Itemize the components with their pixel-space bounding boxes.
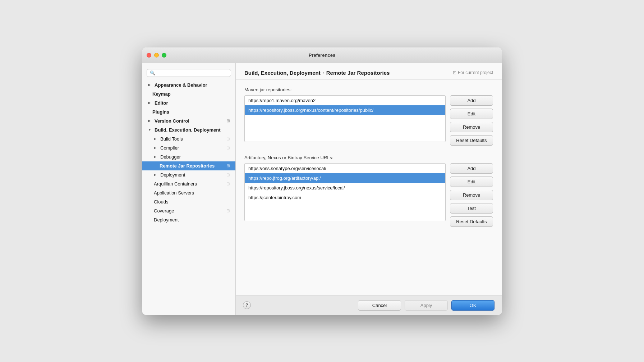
sidebar-item-app-servers[interactable]: Application Servers: [142, 188, 235, 197]
breadcrumb-arrow-icon: ›: [323, 70, 324, 75]
sidebar-item-label: Deployment: [160, 172, 185, 178]
maven-section-row: https://repo1.maven.org/maven2 https://r…: [244, 95, 493, 148]
sidebar-item-deployment2[interactable]: Deployment: [142, 215, 235, 224]
sidebar-item-plugins[interactable]: Plugins: [142, 107, 235, 116]
compiler-repo-icon: ⊞: [226, 146, 230, 150]
art-reset-button[interactable]: Reset Defaults: [450, 216, 493, 227]
artifactory-repo-list[interactable]: https://oss.sonatype.org/service/local/ …: [244, 163, 446, 221]
main-header: Build, Execution, Deployment › Remote Ja…: [236, 63, 502, 80]
remote-jar-repo-icon: ⊞: [226, 164, 230, 168]
project-icon: ⊡: [453, 70, 456, 75]
breadcrumb-part2: Remote Jar Repositories: [326, 70, 390, 76]
main-panel: Build, Execution, Deployment › Remote Ja…: [236, 63, 502, 315]
art-test-button[interactable]: Test: [450, 203, 493, 214]
sidebar-item-label: Plugins: [152, 109, 169, 115]
help-button[interactable]: ?: [243, 301, 251, 309]
maven-edit-button[interactable]: Edit: [450, 109, 493, 119]
deployment-repo-icon: ⊞: [226, 173, 230, 177]
sidebar-item-keymap[interactable]: Keymap: [142, 90, 235, 98]
vcs-repo-icon: ⊞: [226, 119, 230, 123]
sidebar-item-coverage[interactable]: Coverage ⊞: [142, 206, 235, 215]
maven-repo-list[interactable]: https://repo1.maven.org/maven2 https://r…: [244, 95, 446, 142]
sidebar-item-label: Clouds: [154, 199, 168, 205]
artifactory-section-row: https://oss.sonatype.org/service/local/ …: [244, 163, 493, 227]
sidebar-item-label: Build Tools: [160, 136, 183, 142]
sidebar-item-label: Compiler: [160, 145, 179, 151]
chevron-right-icon: ▶: [154, 173, 158, 177]
sidebar: 🔍 ▶ Appearance & Behavior Keymap ▶ Edito…: [142, 63, 236, 315]
sidebar-item-label: Arquillian Containers: [154, 181, 197, 187]
footer: ? Cancel Apply OK: [236, 295, 502, 315]
sidebar-item-deployment[interactable]: ▶ Deployment ⊞: [142, 170, 235, 179]
artifactory-buttons: Add Edit Remove Test Reset Defaults: [450, 163, 493, 227]
maven-reset-button[interactable]: Reset Defaults: [450, 135, 493, 146]
minimize-button[interactable]: [154, 53, 159, 58]
sidebar-item-build-tools[interactable]: ▶ Build Tools ⊞: [142, 134, 235, 143]
art-row-1[interactable]: https://oss.sonatype.org/service/local/: [245, 164, 445, 173]
maven-row-2[interactable]: https://repository.jboss.org/nexus/conte…: [245, 105, 445, 115]
sidebar-item-label: Version Control: [155, 118, 189, 124]
titlebar: Preferences: [142, 47, 502, 63]
sidebar-item-remote-jar[interactable]: Remote Jar Repositories ⊞: [142, 161, 235, 170]
chevron-right-icon: ▶: [154, 146, 158, 150]
sidebar-item-editor[interactable]: ▶ Editor: [142, 98, 235, 107]
chevron-right-icon: ▶: [154, 137, 158, 141]
sidebar-item-vcs[interactable]: ▶ Version Control ⊞: [142, 116, 235, 125]
sidebar-item-label: Deployment: [154, 217, 179, 223]
chevron-right-icon: ▶: [154, 155, 158, 159]
maven-add-button[interactable]: Add: [450, 95, 493, 106]
chevron-right-icon: ▶: [148, 119, 152, 123]
chevron-right-icon: ▶: [148, 83, 152, 87]
sidebar-item-label: Editor: [155, 100, 168, 106]
maven-row-1[interactable]: https://repo1.maven.org/maven2: [245, 96, 445, 105]
sidebar-item-debugger[interactable]: ▶ Debugger: [142, 152, 235, 161]
arquillian-repo-icon: ⊞: [226, 182, 230, 186]
sidebar-item-appearance[interactable]: ▶ Appearance & Behavior: [142, 81, 235, 90]
sidebar-item-clouds[interactable]: Clouds: [142, 197, 235, 206]
maximize-button[interactable]: [162, 53, 166, 58]
search-bar: 🔍: [142, 66, 235, 81]
build-tools-repo-icon: ⊞: [226, 137, 230, 141]
sidebar-item-label: Application Servers: [154, 190, 194, 196]
for-project-label: ⊡ For current project: [453, 70, 493, 75]
sidebar-item-arquillian[interactable]: Arquillian Containers ⊞: [142, 179, 235, 188]
art-row-3[interactable]: https://repository.jboss.org/nexus/servi…: [245, 183, 445, 193]
breadcrumb: Build, Execution, Deployment › Remote Ja…: [244, 70, 390, 76]
search-icon: 🔍: [150, 70, 155, 75]
maven-remove-button[interactable]: Remove: [450, 122, 493, 132]
sidebar-item-label: Debugger: [160, 154, 181, 160]
art-add-button[interactable]: Add: [450, 163, 493, 174]
coverage-repo-icon: ⊞: [226, 209, 230, 213]
sidebar-item-label: Appearance & Behavior: [155, 82, 207, 88]
art-remove-button[interactable]: Remove: [450, 190, 493, 200]
sidebar-item-label: Build, Execution, Deployment: [155, 127, 220, 133]
main-content-area: 🔍 ▶ Appearance & Behavior Keymap ▶ Edito…: [142, 63, 502, 315]
close-button[interactable]: [147, 53, 151, 58]
chevron-down-icon: ▼: [148, 128, 152, 132]
art-edit-button[interactable]: Edit: [450, 177, 493, 187]
maven-buttons: Add Edit Remove Reset Defaults: [450, 95, 493, 148]
search-wrap[interactable]: 🔍: [147, 69, 231, 77]
sidebar-item-build[interactable]: ▼ Build, Execution, Deployment: [142, 125, 235, 134]
traffic-lights: [147, 53, 166, 58]
window-title: Preferences: [309, 52, 335, 58]
art-row-4[interactable]: https://jcenter.bintray.com: [245, 193, 445, 202]
search-input[interactable]: [157, 70, 228, 75]
art-row-2[interactable]: https://repo.jfrog.org/artifactory/api/: [245, 173, 445, 183]
sidebar-item-label: Remote Jar Repositories: [160, 163, 215, 169]
sidebar-item-compiler[interactable]: ▶ Compiler ⊞: [142, 143, 235, 152]
sidebar-item-label: Coverage: [154, 208, 174, 214]
cancel-button[interactable]: Cancel: [358, 300, 401, 311]
preferences-window: Preferences 🔍 ▶ Appearance & Behavior Ke…: [142, 47, 502, 315]
breadcrumb-part1: Build, Execution, Deployment: [244, 70, 321, 76]
sidebar-item-label: Keymap: [152, 91, 171, 97]
ok-button[interactable]: OK: [451, 300, 494, 311]
artifactory-section-label: Artifactory, Nexus or Bintray Service UR…: [244, 155, 493, 160]
maven-section-label: Maven jar repositories:: [244, 87, 493, 92]
footer-buttons: Cancel Apply OK: [358, 300, 494, 311]
settings-content: Maven jar repositories: https://repo1.ma…: [236, 80, 502, 295]
apply-button[interactable]: Apply: [405, 300, 448, 311]
chevron-right-icon: ▶: [148, 101, 152, 105]
